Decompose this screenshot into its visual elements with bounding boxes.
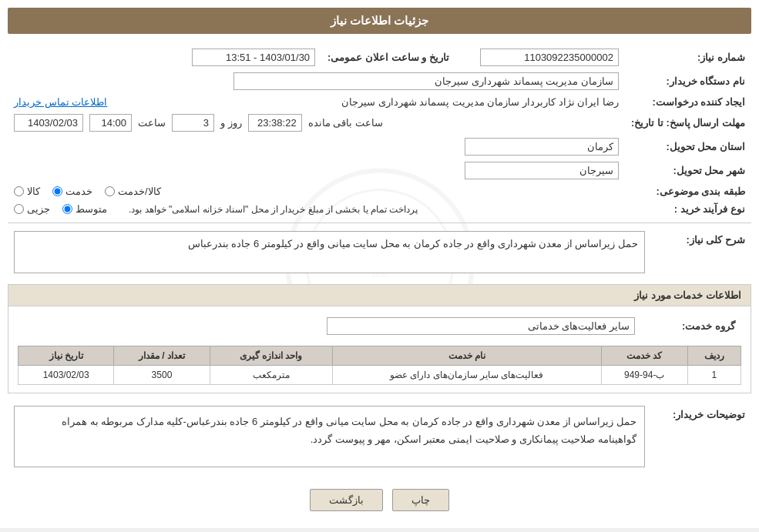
deadline-date: 1403/02/03 — [14, 114, 83, 132]
process-radio-2[interactable] — [62, 204, 72, 214]
province-value: کرمان — [465, 138, 619, 156]
col-header-qty: تعداد / مقدار — [114, 346, 210, 366]
city-label: شهر محل تحویل: — [625, 159, 751, 182]
countdown-label: ساعت باقی مانده — [308, 117, 383, 129]
services-title: اطلاعات خدمات مورد نیاز — [8, 285, 751, 306]
button-area: چاپ بازگشت — [8, 480, 751, 520]
service-group-value: سایر فعالیت‌های خدماتی — [327, 317, 635, 335]
process-option-2-label: متوسط — [76, 203, 107, 215]
services-table: ردیف کد خدمت نام خدمت واحد اندازه گیری ت… — [18, 346, 741, 385]
category-radio-3[interactable] — [105, 186, 115, 196]
creator-label: ایجاد کننده درخواست: — [625, 93, 751, 111]
col-header-unit: واحد اندازه گیری — [210, 346, 332, 366]
need-number-label: شماره نیاز: — [625, 45, 751, 69]
cell-unit: مترمکعب — [210, 366, 332, 385]
process-option-1-label: جزیی — [27, 203, 50, 215]
buyer-note-label: توضیحات خریدار: — [651, 403, 751, 470]
category-option-2: خدمت — [52, 186, 92, 197]
need-number-value: 1103092235000002 — [480, 49, 619, 66]
buyer-note-text: حمل زیراساس از معدن شهرداری واقع در جاده… — [14, 406, 645, 467]
services-section: اطلاعات خدمات مورد نیاز گروه خدمت: سایر … — [8, 284, 751, 393]
cell-row: 1 — [687, 366, 741, 385]
category-option-3-label: کالا/خدمت — [118, 186, 161, 197]
deadline-time: 14:00 — [89, 114, 132, 132]
col-header-code: کد خدمت — [601, 346, 687, 366]
col-header-date: تاریخ نیاز — [18, 346, 114, 366]
need-desc-table: شرح کلی نیاز: حمل زیراساس از معدن شهردار… — [8, 228, 751, 276]
category-option-3: کالا/خدمت — [105, 186, 161, 197]
category-option-1: کالا — [14, 186, 40, 197]
need-desc-label: شرح کلی نیاز: — [651, 228, 751, 276]
buyer-note-table: توضیحات خریدار: حمل زیراساس از معدن شهرد… — [8, 403, 751, 470]
process-note: پرداخت تمام یا بخشی از مبلغ خریدار از مح… — [129, 204, 418, 215]
back-button[interactable]: بازگشت — [310, 489, 383, 511]
cell-qty: 3500 — [114, 366, 210, 385]
category-radio-2[interactable] — [52, 186, 62, 196]
print-button[interactable]: چاپ — [392, 489, 449, 511]
process-option-2: متوسط — [62, 203, 107, 215]
buyer-org-label: نام دستگاه خریدار: — [625, 69, 751, 93]
process-radio-1[interactable] — [14, 204, 24, 214]
need-desc-text: حمل زیراساس از معدن شهرداری واقع در جاده… — [14, 231, 645, 273]
deadline-label: مهلت ارسال پاسخ: تا تاریخ: — [625, 111, 751, 135]
days-value: 3 — [172, 114, 214, 132]
city-value: سیرجان — [465, 162, 619, 179]
service-group-label: گروه خدمت: — [641, 314, 741, 338]
category-label: طبقه بندی موضوعی: — [625, 182, 751, 200]
category-option-1-label: کالا — [27, 186, 40, 197]
buyer-org-value: سازمان مدیریت پسماند شهرداری سیرجان — [233, 72, 619, 90]
creator-value: رضا ایران نژاد کاربردار سازمان مدیریت پس… — [341, 96, 619, 108]
province-label: استان محل تحویل: — [625, 135, 751, 159]
service-group-table: گروه خدمت: سایر فعالیت‌های خدماتی — [18, 314, 741, 338]
deadline-time-label: ساعت — [138, 117, 166, 129]
main-info-table: شماره نیاز: 1103092235000002 تاریخ و ساع… — [8, 45, 751, 218]
col-header-row: ردیف — [687, 346, 741, 366]
cell-date: 1403/02/03 — [18, 366, 114, 385]
days-label: روز و — [220, 117, 242, 129]
announce-label: تاریخ و ساعت اعلان عمومی: — [321, 45, 455, 69]
process-label: نوع فرآیند خرید : — [625, 200, 751, 218]
announce-value: 1403/01/30 - 13:51 — [192, 49, 315, 66]
cell-name: فعالیت‌های سایر سازمان‌های دارای عضو — [332, 366, 601, 385]
countdown-value: 23:38:22 — [248, 114, 302, 132]
process-option-1: جزیی — [14, 203, 50, 215]
table-row: 1 ب-94-949 فعالیت‌های سایر سازمان‌های دا… — [18, 366, 741, 385]
contact-link[interactable]: اطلاعات تماس خریدار — [14, 96, 107, 108]
col-header-name: نام خدمت — [332, 346, 601, 366]
category-radio-1[interactable] — [14, 186, 24, 196]
page-title: جزئیات اطلاعات نیاز — [8, 8, 751, 34]
cell-code: ب-94-949 — [601, 366, 687, 385]
category-option-2-label: خدمت — [65, 186, 92, 197]
